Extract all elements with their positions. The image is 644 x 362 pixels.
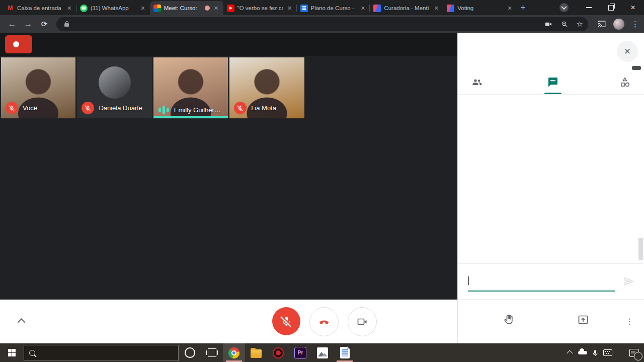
- browser-toolbar: ← → ⟳ ☆ ⋮: [0, 15, 644, 33]
- participant-tile[interactable]: Você: [1, 57, 75, 118]
- tab-search-icon[interactable]: [559, 3, 569, 12]
- tab-activities[interactable]: [619, 70, 631, 94]
- meeting-details-chevron-icon[interactable]: [18, 318, 26, 326]
- tab-title: Meet: Curso:: [164, 5, 202, 11]
- new-tab-button[interactable]: +: [517, 3, 529, 13]
- cast-icon[interactable]: [597, 20, 606, 29]
- chat-input-row: [458, 263, 644, 299]
- participant-name-row: Emilly Guilher…: [158, 106, 226, 114]
- profile-avatar[interactable]: [613, 19, 624, 30]
- lock-icon[interactable]: [64, 23, 69, 27]
- document-icon: [340, 347, 350, 358]
- browser-tab[interactable]: "O verbo se fez ca ✕: [223, 1, 297, 15]
- task-view-button[interactable]: [201, 343, 223, 362]
- call-bottom-bar: [0, 300, 457, 343]
- close-panel-button[interactable]: ✕: [617, 41, 638, 62]
- taskbar-search[interactable]: [24, 345, 179, 361]
- tab-chat[interactable]: [547, 70, 559, 94]
- participant-tile[interactable]: Emilly Guilher…: [153, 57, 228, 118]
- windows-logo-icon: [8, 349, 16, 357]
- taskbar-chrome[interactable]: [223, 343, 245, 362]
- camera-in-use-icon[interactable]: [544, 20, 552, 28]
- tab-title: Caixa de entrada: [17, 5, 63, 11]
- raise-hand-button[interactable]: [472, 314, 546, 329]
- browser-tab[interactable]: Curadoria - Menti ✕: [370, 1, 443, 15]
- stage-top-strip: [0, 33, 457, 56]
- tab-close-icon[interactable]: ✕: [286, 5, 293, 12]
- tab-participants[interactable]: [471, 70, 487, 94]
- onedrive-cloud-icon[interactable]: [576, 343, 589, 362]
- chat-scrollbar[interactable]: [638, 238, 643, 260]
- mic-toggle-button[interactable]: [272, 307, 300, 335]
- present-icon: [577, 314, 589, 326]
- browser-tab[interactable]: Caixa de entrada ✕: [3, 1, 76, 15]
- browser-tab[interactable]: Plano de Curso - ✕: [297, 1, 370, 15]
- participant-tile[interactable]: Daniela Duarte: [77, 57, 151, 118]
- chat-tabs: [458, 70, 644, 95]
- message-input[interactable]: [468, 272, 615, 292]
- tab-close-icon[interactable]: ✕: [66, 5, 73, 12]
- tab-title: Curadoria - Menti: [384, 5, 430, 11]
- chat-header: ✕: [458, 33, 644, 70]
- taskbar-clock[interactable]: [614, 349, 624, 356]
- notification-center-button[interactable]: [624, 343, 644, 362]
- tab-favicon-icon: [80, 5, 88, 12]
- tab-close-icon[interactable]: ✕: [139, 5, 146, 12]
- chat-actions-bar: ⋮: [458, 299, 644, 343]
- notification-count-badge: [634, 352, 642, 360]
- more-options-icon[interactable]: ⋮: [620, 317, 639, 326]
- send-icon[interactable]: [623, 275, 635, 287]
- chat-messages: [458, 95, 644, 263]
- browser-tab[interactable]: (11) WhatsApp ✕: [76, 1, 150, 15]
- tray-expand-chevron-icon[interactable]: [564, 343, 576, 362]
- hand-icon: [503, 314, 515, 326]
- tab-close-icon[interactable]: ✕: [433, 5, 440, 12]
- input-method-icon[interactable]: [601, 343, 614, 362]
- tab-strip-tabs: Caixa de entrada ✕ (11) WhatsApp ✕ Meet:…: [3, 0, 517, 15]
- tab-favicon-icon: [300, 5, 308, 12]
- mic-muted-icon: [234, 102, 247, 114]
- tab-title: "O verbo se fez ca: [237, 5, 283, 11]
- tab-title: (11) WhatsApp: [91, 5, 136, 11]
- tab-close-icon[interactable]: ✕: [506, 5, 513, 12]
- tab-title: Voting: [457, 5, 503, 11]
- start-button[interactable]: [0, 343, 24, 362]
- close-window-button[interactable]: ✕: [622, 0, 644, 15]
- taskbar-premiere[interactable]: Pr: [289, 343, 311, 362]
- premiere-icon: Pr: [294, 347, 306, 359]
- hangup-button[interactable]: [309, 307, 339, 336]
- taskbar-document-app[interactable]: [334, 343, 356, 362]
- camera-toggle-button[interactable]: [348, 307, 377, 336]
- recording-badge: [5, 35, 32, 53]
- present-now-button[interactable]: [546, 314, 620, 329]
- recording-dot-icon: [13, 41, 19, 47]
- participant-name-row: Daniela Duarte: [82, 102, 149, 114]
- reload-icon[interactable]: ⟳: [37, 20, 51, 29]
- address-bar[interactable]: ☆: [56, 17, 588, 31]
- zoom-icon[interactable]: [560, 20, 569, 28]
- browser-window: Caixa de entrada ✕ (11) WhatsApp ✕ Meet:…: [0, 0, 644, 362]
- bookmark-star-icon[interactable]: ☆: [577, 20, 583, 29]
- photos-icon: [317, 347, 328, 358]
- browser-tab[interactable]: Voting ✕: [443, 1, 517, 15]
- tab-close-icon[interactable]: ✕: [359, 5, 366, 12]
- tab-title: Plano de Curso -: [311, 5, 357, 11]
- tray-mic-icon[interactable]: [589, 343, 601, 362]
- restore-button[interactable]: [600, 0, 622, 15]
- participant-name-row: Lia Mota: [234, 102, 302, 114]
- minimize-button[interactable]: [578, 0, 600, 15]
- tab-close-icon[interactable]: ✕: [213, 5, 220, 12]
- browser-menu-icon[interactable]: ⋮: [631, 20, 639, 29]
- browser-tab[interactable]: Meet: Curso: ✕: [150, 1, 223, 15]
- speaking-indicator-icon: [163, 106, 165, 114]
- taskbar-file-explorer[interactable]: [245, 343, 267, 362]
- mic-muted-icon: [82, 102, 94, 114]
- taskbar-photos[interactable]: [311, 343, 334, 362]
- mic-muted-icon: [6, 102, 18, 114]
- taskbar-recorder-app[interactable]: [267, 343, 289, 362]
- forward-icon[interactable]: →: [21, 19, 35, 29]
- tab-favicon-icon: [7, 5, 14, 12]
- participant-tile[interactable]: Lia Mota: [229, 57, 304, 118]
- cortana-button[interactable]: [179, 343, 201, 362]
- back-icon[interactable]: ←: [5, 19, 19, 29]
